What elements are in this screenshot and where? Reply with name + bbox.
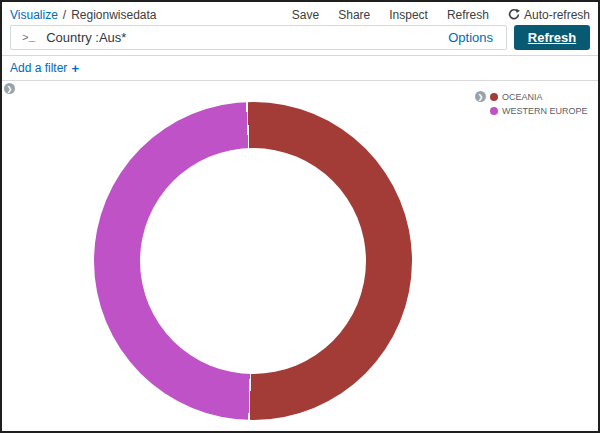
query-input[interactable]: >_ Country :Aus* Options <box>10 25 507 50</box>
breadcrumb-separator: / <box>63 8 66 22</box>
breadcrumb: Visualize / Regionwisedata <box>10 8 157 22</box>
legend-item-western-europe[interactable]: WESTERN EUROPE <box>490 106 588 116</box>
refresh-cycle-icon <box>508 8 520 21</box>
legend-label-western-europe: WESTERN EUROPE <box>502 106 588 116</box>
menu-save[interactable]: Save <box>292 8 319 22</box>
donut-hole <box>140 148 366 374</box>
options-link[interactable]: Options <box>448 30 495 45</box>
refresh-button[interactable]: Refresh <box>514 25 590 50</box>
legend-items: OCEANIA WESTERN EUROPE <box>490 91 588 116</box>
menu-share[interactable]: Share <box>338 8 370 22</box>
auto-refresh-control[interactable]: Auto-refresh <box>508 8 590 22</box>
legend-label-oceania: OCEANIA <box>502 92 543 102</box>
filter-bar: Add a filter + <box>2 55 598 81</box>
breadcrumb-current-title: Regionwisedata <box>71 8 156 22</box>
menu-refresh[interactable]: Refresh <box>447 8 489 22</box>
legend-item-oceania[interactable]: OCEANIA <box>490 92 588 102</box>
visualization-panel: ❯ ❯ OCEANIA WESTERN EUROPE <box>2 81 598 431</box>
add-filter-label: Add a filter <box>10 61 67 75</box>
console-prompt-icon: >_ <box>22 32 35 44</box>
legend-swatch-western-europe <box>490 107 498 115</box>
donut-chart[interactable] <box>94 102 412 420</box>
query-bar: >_ Country :Aus* Options Refresh <box>2 25 598 50</box>
add-filter-link[interactable]: Add a filter + <box>10 61 79 76</box>
auto-refresh-label: Auto-refresh <box>524 8 590 22</box>
breadcrumb-visualize-link[interactable]: Visualize <box>10 8 58 22</box>
top-nav-bar: Visualize / Regionwisedata Save Share In… <box>2 2 598 23</box>
top-menu: Save Share Inspect Refresh Auto-refresh <box>292 8 590 22</box>
panel-collapse-chevron-icon[interactable]: ❯ <box>4 83 15 94</box>
chart-legend: ❯ OCEANIA WESTERN EUROPE <box>475 91 588 116</box>
legend-swatch-oceania <box>490 93 498 101</box>
kibana-visualize-page: Visualize / Regionwisedata Save Share In… <box>0 0 600 433</box>
plus-icon: + <box>71 61 79 76</box>
menu-inspect[interactable]: Inspect <box>389 8 428 22</box>
query-text[interactable]: Country :Aus* <box>46 30 437 45</box>
legend-collapse-chevron-icon[interactable]: ❯ <box>475 91 486 102</box>
